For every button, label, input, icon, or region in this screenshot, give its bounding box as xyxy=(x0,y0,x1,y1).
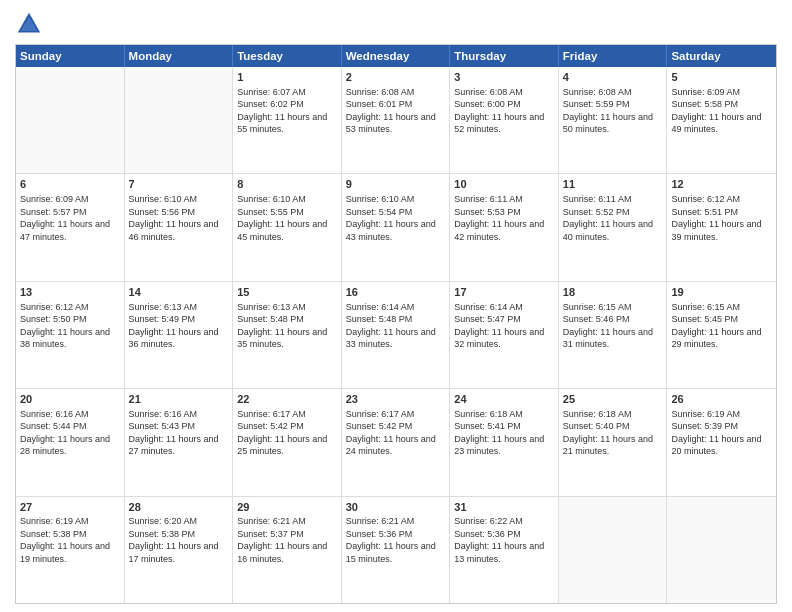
cell-info: Sunrise: 6:14 AMSunset: 5:48 PMDaylight:… xyxy=(346,302,436,349)
day-number: 3 xyxy=(454,70,554,85)
page-container: SundayMondayTuesdayWednesdayThursdayFrid… xyxy=(0,0,792,612)
calendar-cell-empty-0-0 xyxy=(16,67,125,173)
cell-info: Sunrise: 6:13 AMSunset: 5:49 PMDaylight:… xyxy=(129,302,219,349)
calendar-week-2: 6Sunrise: 6:09 AMSunset: 5:57 PMDaylight… xyxy=(16,174,776,281)
day-number: 4 xyxy=(563,70,663,85)
day-number: 20 xyxy=(20,392,120,407)
calendar-cell-13: 13Sunrise: 6:12 AMSunset: 5:50 PMDayligh… xyxy=(16,282,125,388)
cell-info: Sunrise: 6:19 AMSunset: 5:39 PMDaylight:… xyxy=(671,409,761,456)
calendar-cell-27: 27Sunrise: 6:19 AMSunset: 5:38 PMDayligh… xyxy=(16,497,125,603)
cell-info: Sunrise: 6:13 AMSunset: 5:48 PMDaylight:… xyxy=(237,302,327,349)
cell-info: Sunrise: 6:07 AMSunset: 6:02 PMDaylight:… xyxy=(237,87,327,134)
calendar-cell-19: 19Sunrise: 6:15 AMSunset: 5:45 PMDayligh… xyxy=(667,282,776,388)
calendar-day-header-saturday: Saturday xyxy=(667,45,776,67)
cell-info: Sunrise: 6:17 AMSunset: 5:42 PMDaylight:… xyxy=(237,409,327,456)
cell-info: Sunrise: 6:08 AMSunset: 5:59 PMDaylight:… xyxy=(563,87,653,134)
calendar-cell-empty-4-6 xyxy=(667,497,776,603)
cell-info: Sunrise: 6:09 AMSunset: 5:58 PMDaylight:… xyxy=(671,87,761,134)
calendar-cell-23: 23Sunrise: 6:17 AMSunset: 5:42 PMDayligh… xyxy=(342,389,451,495)
day-number: 30 xyxy=(346,500,446,515)
day-number: 31 xyxy=(454,500,554,515)
calendar-cell-4: 4Sunrise: 6:08 AMSunset: 5:59 PMDaylight… xyxy=(559,67,668,173)
calendar-cell-18: 18Sunrise: 6:15 AMSunset: 5:46 PMDayligh… xyxy=(559,282,668,388)
calendar-cell-17: 17Sunrise: 6:14 AMSunset: 5:47 PMDayligh… xyxy=(450,282,559,388)
calendar-cell-21: 21Sunrise: 6:16 AMSunset: 5:43 PMDayligh… xyxy=(125,389,234,495)
day-number: 14 xyxy=(129,285,229,300)
calendar: SundayMondayTuesdayWednesdayThursdayFrid… xyxy=(15,44,777,604)
calendar-week-3: 13Sunrise: 6:12 AMSunset: 5:50 PMDayligh… xyxy=(16,282,776,389)
day-number: 24 xyxy=(454,392,554,407)
day-number: 12 xyxy=(671,177,772,192)
calendar-cell-24: 24Sunrise: 6:18 AMSunset: 5:41 PMDayligh… xyxy=(450,389,559,495)
cell-info: Sunrise: 6:12 AMSunset: 5:50 PMDaylight:… xyxy=(20,302,110,349)
cell-info: Sunrise: 6:20 AMSunset: 5:38 PMDaylight:… xyxy=(129,516,219,563)
calendar-week-4: 20Sunrise: 6:16 AMSunset: 5:44 PMDayligh… xyxy=(16,389,776,496)
day-number: 21 xyxy=(129,392,229,407)
calendar-cell-1: 1Sunrise: 6:07 AMSunset: 6:02 PMDaylight… xyxy=(233,67,342,173)
calendar-cell-5: 5Sunrise: 6:09 AMSunset: 5:58 PMDaylight… xyxy=(667,67,776,173)
calendar-day-header-tuesday: Tuesday xyxy=(233,45,342,67)
day-number: 9 xyxy=(346,177,446,192)
calendar-cell-empty-4-5 xyxy=(559,497,668,603)
calendar-cell-6: 6Sunrise: 6:09 AMSunset: 5:57 PMDaylight… xyxy=(16,174,125,280)
cell-info: Sunrise: 6:16 AMSunset: 5:43 PMDaylight:… xyxy=(129,409,219,456)
calendar-cell-20: 20Sunrise: 6:16 AMSunset: 5:44 PMDayligh… xyxy=(16,389,125,495)
calendar-cell-31: 31Sunrise: 6:22 AMSunset: 5:36 PMDayligh… xyxy=(450,497,559,603)
calendar-header: SundayMondayTuesdayWednesdayThursdayFrid… xyxy=(16,45,776,67)
calendar-cell-2: 2Sunrise: 6:08 AMSunset: 6:01 PMDaylight… xyxy=(342,67,451,173)
calendar-body: 1Sunrise: 6:07 AMSunset: 6:02 PMDaylight… xyxy=(16,67,776,603)
calendar-week-1: 1Sunrise: 6:07 AMSunset: 6:02 PMDaylight… xyxy=(16,67,776,174)
cell-info: Sunrise: 6:10 AMSunset: 5:56 PMDaylight:… xyxy=(129,194,219,241)
cell-info: Sunrise: 6:12 AMSunset: 5:51 PMDaylight:… xyxy=(671,194,761,241)
cell-info: Sunrise: 6:09 AMSunset: 5:57 PMDaylight:… xyxy=(20,194,110,241)
day-number: 18 xyxy=(563,285,663,300)
calendar-cell-11: 11Sunrise: 6:11 AMSunset: 5:52 PMDayligh… xyxy=(559,174,668,280)
calendar-cell-26: 26Sunrise: 6:19 AMSunset: 5:39 PMDayligh… xyxy=(667,389,776,495)
calendar-cell-14: 14Sunrise: 6:13 AMSunset: 5:49 PMDayligh… xyxy=(125,282,234,388)
day-number: 13 xyxy=(20,285,120,300)
cell-info: Sunrise: 6:14 AMSunset: 5:47 PMDaylight:… xyxy=(454,302,544,349)
calendar-cell-8: 8Sunrise: 6:10 AMSunset: 5:55 PMDaylight… xyxy=(233,174,342,280)
calendar-cell-30: 30Sunrise: 6:21 AMSunset: 5:36 PMDayligh… xyxy=(342,497,451,603)
calendar-cell-15: 15Sunrise: 6:13 AMSunset: 5:48 PMDayligh… xyxy=(233,282,342,388)
day-number: 27 xyxy=(20,500,120,515)
cell-info: Sunrise: 6:15 AMSunset: 5:46 PMDaylight:… xyxy=(563,302,653,349)
cell-info: Sunrise: 6:21 AMSunset: 5:37 PMDaylight:… xyxy=(237,516,327,563)
cell-info: Sunrise: 6:19 AMSunset: 5:38 PMDaylight:… xyxy=(20,516,110,563)
calendar-day-header-thursday: Thursday xyxy=(450,45,559,67)
calendar-day-header-sunday: Sunday xyxy=(16,45,125,67)
day-number: 25 xyxy=(563,392,663,407)
calendar-day-header-monday: Monday xyxy=(125,45,234,67)
day-number: 7 xyxy=(129,177,229,192)
cell-info: Sunrise: 6:08 AMSunset: 6:01 PMDaylight:… xyxy=(346,87,436,134)
calendar-week-5: 27Sunrise: 6:19 AMSunset: 5:38 PMDayligh… xyxy=(16,497,776,603)
cell-info: Sunrise: 6:10 AMSunset: 5:54 PMDaylight:… xyxy=(346,194,436,241)
cell-info: Sunrise: 6:11 AMSunset: 5:53 PMDaylight:… xyxy=(454,194,544,241)
cell-info: Sunrise: 6:18 AMSunset: 5:40 PMDaylight:… xyxy=(563,409,653,456)
day-number: 26 xyxy=(671,392,772,407)
logo xyxy=(15,10,47,38)
calendar-cell-22: 22Sunrise: 6:17 AMSunset: 5:42 PMDayligh… xyxy=(233,389,342,495)
calendar-cell-3: 3Sunrise: 6:08 AMSunset: 6:00 PMDaylight… xyxy=(450,67,559,173)
day-number: 5 xyxy=(671,70,772,85)
cell-info: Sunrise: 6:17 AMSunset: 5:42 PMDaylight:… xyxy=(346,409,436,456)
day-number: 15 xyxy=(237,285,337,300)
cell-info: Sunrise: 6:15 AMSunset: 5:45 PMDaylight:… xyxy=(671,302,761,349)
calendar-cell-9: 9Sunrise: 6:10 AMSunset: 5:54 PMDaylight… xyxy=(342,174,451,280)
cell-info: Sunrise: 6:08 AMSunset: 6:00 PMDaylight:… xyxy=(454,87,544,134)
calendar-cell-12: 12Sunrise: 6:12 AMSunset: 5:51 PMDayligh… xyxy=(667,174,776,280)
day-number: 1 xyxy=(237,70,337,85)
day-number: 11 xyxy=(563,177,663,192)
cell-info: Sunrise: 6:16 AMSunset: 5:44 PMDaylight:… xyxy=(20,409,110,456)
cell-info: Sunrise: 6:18 AMSunset: 5:41 PMDaylight:… xyxy=(454,409,544,456)
day-number: 28 xyxy=(129,500,229,515)
day-number: 8 xyxy=(237,177,337,192)
cell-info: Sunrise: 6:21 AMSunset: 5:36 PMDaylight:… xyxy=(346,516,436,563)
calendar-cell-empty-0-1 xyxy=(125,67,234,173)
calendar-cell-28: 28Sunrise: 6:20 AMSunset: 5:38 PMDayligh… xyxy=(125,497,234,603)
cell-info: Sunrise: 6:22 AMSunset: 5:36 PMDaylight:… xyxy=(454,516,544,563)
cell-info: Sunrise: 6:11 AMSunset: 5:52 PMDaylight:… xyxy=(563,194,653,241)
day-number: 2 xyxy=(346,70,446,85)
day-number: 29 xyxy=(237,500,337,515)
day-number: 6 xyxy=(20,177,120,192)
